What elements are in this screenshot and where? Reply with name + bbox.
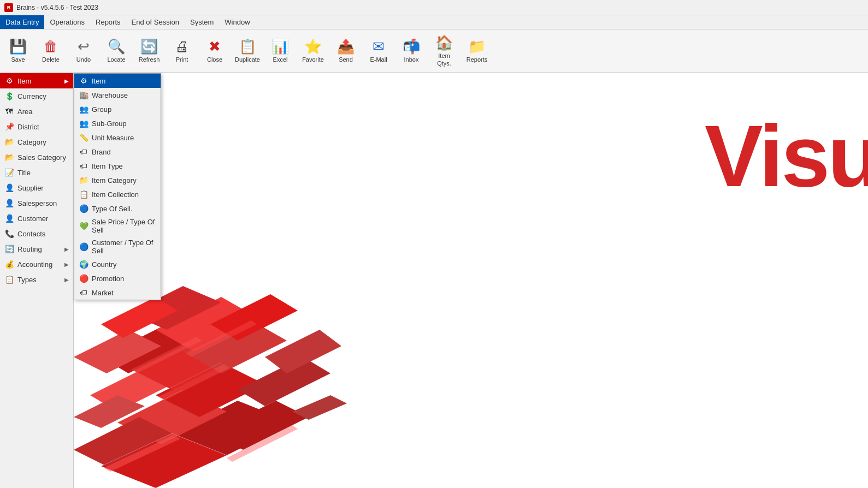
- toolbar-btn-undo[interactable]: ↩ Undo: [68, 31, 99, 70]
- toolbar-btn-print[interactable]: 🖨 Print: [166, 31, 198, 70]
- sidebar-label-district: District: [17, 123, 69, 131]
- submenu-icon-sale-price-type: 💚: [79, 221, 88, 231]
- sidebar-icon-sales-category: 📂: [4, 152, 14, 162]
- sidebar-item-salesperson[interactable]: 👤 Salesperson: [0, 195, 73, 211]
- submenu-item-customer-type[interactable]: 🔵 Customer / Type Of Sell: [74, 236, 161, 257]
- sidebar-icon-district: 📌: [4, 122, 14, 132]
- submenu-icon-type-of-sell: 🔵: [79, 204, 88, 213]
- toolbar-icon-locate: 🔍: [108, 38, 125, 55]
- menu-bar: Data EntryOperationsReportsEnd of Sessio…: [0, 15, 868, 29]
- submenu-label-sale-price-type: Sale Price / Type Of Sell: [92, 218, 156, 234]
- submenu-item-warehouse[interactable]: 🏬 Warehouse: [74, 88, 161, 102]
- toolbar-icon-excel: 📊: [271, 38, 289, 55]
- sidebar-item-currency[interactable]: 💲 Currency: [0, 88, 73, 104]
- submenu-label-country: Country: [92, 260, 117, 269]
- toolbar-label-send: Send: [339, 56, 353, 63]
- toolbar-btn-save[interactable]: 💾 Save: [2, 31, 34, 70]
- sidebar-item-accounting[interactable]: 💰 Accounting ▶: [0, 257, 73, 272]
- toolbar-icon-refresh: 🔄: [140, 38, 158, 55]
- sidebar-icon-category: 📂: [4, 137, 14, 147]
- menu-item-system[interactable]: System: [185, 15, 219, 29]
- menu-item-end-of-session[interactable]: End of Session: [126, 15, 185, 29]
- submenu-label-item-type: Item Type: [92, 162, 123, 170]
- toolbar-icon-undo: ↩: [78, 38, 90, 55]
- sidebar-item-contacts[interactable]: 📞 Contacts: [0, 226, 73, 241]
- toolbar-icon-email: ✉: [373, 38, 385, 55]
- sidebar-item-district[interactable]: 📌 District: [0, 119, 73, 134]
- sidebar-icon-title: 📝: [4, 168, 14, 177]
- submenu-item-market[interactable]: 🏷 Market: [74, 285, 161, 300]
- toolbar-btn-close[interactable]: ✖ Close: [199, 31, 231, 70]
- toolbar-icon-duplicate: 📋: [239, 38, 256, 55]
- submenu-item-country[interactable]: 🌍 Country: [74, 257, 161, 271]
- sidebar-item-item[interactable]: ⚙ Item ▶: [0, 73, 73, 88]
- submenu-item-promotion[interactable]: 🔴 Promotion: [74, 271, 161, 285]
- submenu-label-sub-group: Sub-Group: [92, 120, 127, 128]
- background-text: Visu: [705, 106, 868, 206]
- menu-item-reports[interactable]: Reports: [90, 15, 126, 29]
- sidebar-item-category[interactable]: 📂 Category: [0, 134, 73, 150]
- sidebar-label-supplier: Supplier: [17, 184, 69, 192]
- sidebar-icon-customer: 👤: [4, 213, 14, 223]
- toolbar-btn-locate[interactable]: 🔍 Locate: [101, 31, 132, 70]
- submenu-icon-item-collection: 📋: [79, 189, 88, 199]
- toolbar-icon-close: ✖: [209, 38, 221, 55]
- sidebar-item-routing[interactable]: 🔄 Routing ▶: [0, 241, 73, 257]
- sidebar-item-supplier[interactable]: 👤 Supplier: [0, 180, 73, 195]
- submenu-item-item-category[interactable]: 📁 Item Category: [74, 173, 161, 187]
- submenu-item-sub-group[interactable]: 👥 Sub-Group: [74, 116, 161, 130]
- submenu-item-item-type[interactable]: 🏷 Item Type: [74, 159, 161, 173]
- sidebar-label-customer: Customer: [17, 215, 69, 223]
- toolbar-label-excel: Excel: [273, 56, 288, 63]
- submenu-icon-unit-measure: 📏: [79, 133, 88, 142]
- sidebar-item-area[interactable]: 🗺 Area: [0, 104, 73, 119]
- sidebar-label-title: Title: [17, 169, 69, 177]
- submenu-icon-warehouse: 🏬: [79, 90, 88, 100]
- sidebar-icon-item: ⚙: [4, 76, 14, 86]
- sidebar-label-types: Types: [17, 276, 61, 284]
- submenu-label-unit-measure: Unit Measure: [92, 134, 134, 142]
- submenu-label-promotion: Promotion: [92, 275, 124, 283]
- menu-item-operations[interactable]: Operations: [44, 15, 90, 29]
- submenu-icon-brand: 🏷: [79, 147, 88, 157]
- submenu-item-group[interactable]: 👥 Group: [74, 102, 161, 116]
- toolbar-label-favorite: Favorite: [302, 56, 324, 63]
- toolbar-btn-reports-btn[interactable]: 📁 Reports: [461, 31, 493, 70]
- toolbar-btn-delete[interactable]: 🗑 Delete: [35, 31, 67, 70]
- submenu-item-unit-measure[interactable]: 📏 Unit Measure: [74, 130, 161, 145]
- sidebar-item-customer[interactable]: 👤 Customer: [0, 211, 73, 226]
- sidebar-item-sales-category[interactable]: 📂 Sales Category: [0, 150, 73, 165]
- sidebar-label-category: Category: [17, 138, 69, 146]
- item-submenu: ⚙ Item 🏬 Warehouse 👥 Group 👥 Sub-Group 📏…: [74, 73, 161, 300]
- sidebar: ⚙ Item ▶ 💲 Currency 🗺 Area 📌 District 📂 …: [0, 73, 74, 488]
- sidebar-icon-types: 📋: [4, 275, 14, 284]
- sidebar-icon-supplier: 👤: [4, 183, 14, 193]
- toolbar-btn-excel[interactable]: 📊 Excel: [264, 31, 296, 70]
- toolbar-btn-duplicate[interactable]: 📋 Duplicate: [232, 31, 263, 70]
- toolbar-label-locate: Locate: [107, 56, 125, 63]
- submenu-item-item-collection[interactable]: 📋 Item Collection: [74, 187, 161, 201]
- submenu-item-sale-price-type[interactable]: 💚 Sale Price / Type Of Sell: [74, 216, 161, 236]
- sidebar-label-area: Area: [17, 108, 69, 116]
- toolbar-btn-email[interactable]: ✉ E-Mail: [363, 31, 394, 70]
- menu-item-data-entry[interactable]: Data Entry: [0, 15, 44, 29]
- submenu-item-type-of-sell[interactable]: 🔵 Type Of Sell.: [74, 201, 161, 216]
- sidebar-icon-routing: 🔄: [4, 244, 14, 254]
- toolbar-btn-inbox[interactable]: 📬 Inbox: [395, 31, 427, 70]
- toolbar-label-delete: Delete: [42, 56, 60, 63]
- submenu-item-item[interactable]: ⚙ Item: [74, 74, 161, 88]
- toolbar-btn-item-qtys[interactable]: 🏠 Item Qtys.: [428, 31, 460, 70]
- toolbar-btn-refresh[interactable]: 🔄 Refresh: [133, 31, 165, 70]
- toolbar-btn-favorite[interactable]: ⭐ Favorite: [297, 31, 329, 70]
- sidebar-icon-salesperson: 👤: [4, 198, 14, 208]
- menu-item-window[interactable]: Window: [219, 15, 255, 29]
- toolbar-label-save: Save: [11, 56, 25, 63]
- sidebar-item-types[interactable]: 📋 Types ▶: [0, 272, 73, 287]
- toolbar-label-reports-btn: Reports: [467, 56, 488, 63]
- submenu-icon-promotion: 🔴: [79, 273, 88, 283]
- sidebar-item-title[interactable]: 📝 Title: [0, 165, 73, 180]
- toolbar-btn-send[interactable]: 📤 Send: [330, 31, 362, 70]
- sidebar-label-currency: Currency: [17, 92, 69, 100]
- submenu-item-brand[interactable]: 🏷 Brand: [74, 145, 161, 159]
- submenu-label-type-of-sell: Type Of Sell.: [92, 205, 132, 213]
